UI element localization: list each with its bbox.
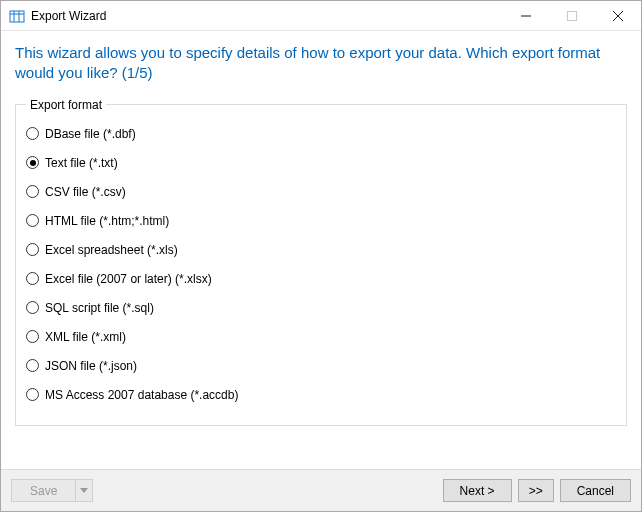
export-format-legend: Export format: [26, 98, 106, 112]
save-button: Save: [12, 480, 76, 501]
radio-indicator[interactable]: [26, 243, 39, 256]
titlebar: Export Wizard: [1, 1, 641, 31]
next-button[interactable]: Next >: [443, 479, 512, 502]
maximize-button: [549, 1, 595, 30]
svg-rect-0: [10, 11, 24, 22]
export-format-option-label: HTML file (*.htm;*.html): [45, 214, 169, 228]
export-format-option-label: Excel file (2007 or later) (*.xlsx): [45, 272, 212, 286]
radio-indicator[interactable]: [26, 359, 39, 372]
radio-indicator[interactable]: [26, 272, 39, 285]
radio-indicator[interactable]: [26, 214, 39, 227]
svg-marker-8: [80, 488, 88, 493]
close-button[interactable]: [595, 1, 641, 30]
export-format-option[interactable]: JSON file (*.json): [26, 357, 616, 375]
export-wizard-icon: [9, 8, 25, 24]
save-split-button: Save: [11, 479, 93, 502]
radio-indicator[interactable]: [26, 388, 39, 401]
svg-rect-5: [568, 11, 577, 20]
export-format-option-label: JSON file (*.json): [45, 359, 137, 373]
radio-indicator[interactable]: [26, 301, 39, 314]
export-format-option[interactable]: DBase file (*.dbf): [26, 125, 616, 143]
export-format-option[interactable]: HTML file (*.htm;*.html): [26, 212, 616, 230]
export-format-option-label: Excel spreadsheet (*.xls): [45, 243, 178, 257]
wizard-footer: Save Next > >> Cancel: [1, 469, 641, 511]
export-format-option[interactable]: CSV file (*.csv): [26, 183, 616, 201]
export-format-option[interactable]: SQL script file (*.sql): [26, 299, 616, 317]
radio-indicator[interactable]: [26, 156, 39, 169]
export-format-option-label: Text file (*.txt): [45, 156, 118, 170]
cancel-button[interactable]: Cancel: [560, 479, 631, 502]
export-format-group: Export format DBase file (*.dbf)Text fil…: [15, 98, 627, 426]
window-title: Export Wizard: [31, 9, 503, 23]
export-wizard-window: Export Wizard This wizard allows you to …: [0, 0, 642, 512]
export-format-option-label: XML file (*.xml): [45, 330, 126, 344]
minimize-button[interactable]: [503, 1, 549, 30]
export-format-option-label: CSV file (*.csv): [45, 185, 126, 199]
radio-indicator[interactable]: [26, 330, 39, 343]
export-format-option-label: SQL script file (*.sql): [45, 301, 154, 315]
radio-indicator[interactable]: [26, 127, 39, 140]
export-format-option-label: MS Access 2007 database (*.accdb): [45, 388, 238, 402]
fast-forward-button[interactable]: >>: [518, 479, 554, 502]
export-format-option-label: DBase file (*.dbf): [45, 127, 136, 141]
export-format-option[interactable]: Text file (*.txt): [26, 154, 616, 172]
save-dropdown-button: [76, 480, 92, 501]
export-format-option[interactable]: Excel file (2007 or later) (*.xlsx): [26, 270, 616, 288]
chevron-down-icon: [80, 488, 88, 494]
export-format-option[interactable]: XML file (*.xml): [26, 328, 616, 346]
window-controls: [503, 1, 641, 30]
export-format-option[interactable]: MS Access 2007 database (*.accdb): [26, 386, 616, 404]
content-area: This wizard allows you to specify detail…: [1, 31, 641, 469]
export-format-option[interactable]: Excel spreadsheet (*.xls): [26, 241, 616, 259]
radio-indicator[interactable]: [26, 185, 39, 198]
wizard-instruction: This wizard allows you to specify detail…: [15, 43, 627, 84]
